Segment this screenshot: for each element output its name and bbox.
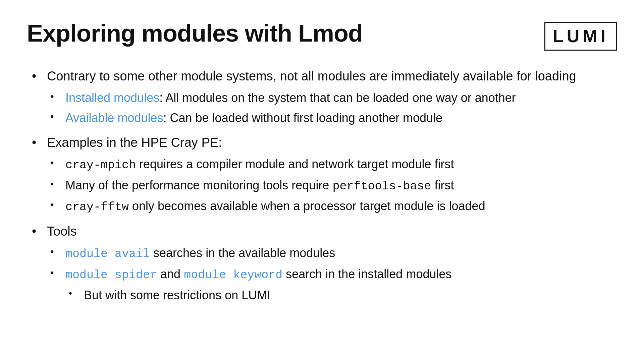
sub-item-2-2-rest: first	[431, 178, 454, 192]
bullet1-text: Contrary to some other module systems, n…	[47, 69, 576, 83]
slide-title: Exploring modules with Lmod	[27, 20, 363, 47]
sub-list-1: Installed modules: All modules on the sy…	[47, 89, 617, 127]
sub-list-item-3-2: module spider and module keyword search …	[47, 265, 617, 304]
list-item-1: Contrary to some other module systems, n…	[30, 67, 617, 127]
code-module-spider: module spider	[65, 268, 157, 282]
term-available-modules: Available modules	[65, 111, 163, 125]
sub-list-item-1-2: Available modules: Can be loaded without…	[47, 109, 617, 127]
sub-item-3-1-rest: searches in the available modules	[150, 246, 335, 260]
sub-sub-list-3-2: But with some restrictions on LUMI	[65, 287, 617, 304]
slide-header: Exploring modules with Lmod LUMI	[27, 20, 617, 51]
list-item-2: Examples in the HPE Cray PE: cray-mpich …	[30, 134, 617, 216]
sub-item-1-1-rest: : All modules on the system that can be …	[159, 91, 516, 105]
list-item-3: Tools module avail searches in the avail…	[30, 223, 617, 304]
term-installed-modules: Installed modules	[65, 91, 159, 105]
sub-list-3: module avail searches in the available m…	[47, 244, 617, 304]
sub-list-2: cray-mpich requires a compiler module an…	[47, 156, 617, 216]
sub-list-item-2-3: cray-fftw only becomes available when a …	[47, 197, 617, 216]
code-cray-mpich: cray-mpich	[65, 159, 136, 172]
bullet3-text: Tools	[47, 224, 77, 238]
code-module-keyword: module keyword	[184, 268, 282, 282]
sub-item-2-1-rest: requires a compiler module and network t…	[136, 157, 454, 171]
main-list: Contrary to some other module systems, n…	[30, 67, 617, 304]
code-perftools-base: perftools-base	[332, 180, 431, 193]
bullet2-text: Examples in the HPE Cray PE:	[47, 135, 222, 149]
sub-list-item-2-2: Many of the performance monitoring tools…	[47, 177, 617, 195]
code-module-avail: module avail	[65, 247, 150, 261]
sub-list-item-3-1: module avail searches in the available m…	[47, 244, 617, 263]
lumi-logo: LUMI	[544, 22, 617, 51]
sub-item-1-2-rest: : Can be loaded without first loading an…	[163, 111, 443, 125]
slide: Exploring modules with Lmod LUMI Contrar…	[0, 0, 644, 362]
sub-sub-item-3-2-1: But with some restrictions on LUMI	[65, 287, 617, 304]
sub-sub-item-text: But with some restrictions on LUMI	[84, 288, 270, 302]
code-cray-fftw: cray-fftw	[65, 200, 129, 214]
sub-item-3-2-and: and	[157, 267, 184, 281]
sub-list-item-1-1: Installed modules: All modules on the sy…	[47, 89, 617, 107]
sub-list-item-2-1: cray-mpich requires a compiler module an…	[47, 156, 617, 174]
sub-item-2-2-pre: Many of the performance monitoring tools…	[65, 178, 332, 192]
sub-item-3-2-rest: search in the installed modules	[282, 267, 451, 281]
sub-item-2-3-rest: only becomes available when a processor …	[129, 199, 485, 213]
slide-content: Contrary to some other module systems, n…	[27, 67, 617, 304]
